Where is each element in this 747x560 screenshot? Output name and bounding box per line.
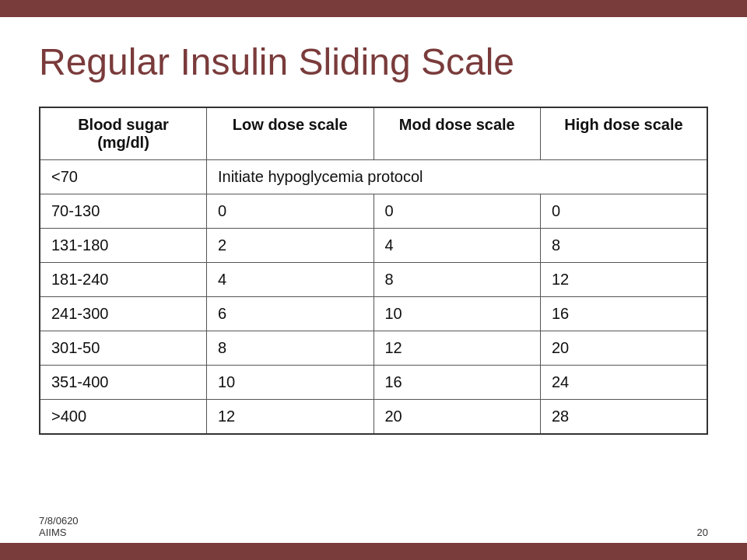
cell-high-dose: 8 bbox=[541, 229, 708, 263]
header-low-dose: Low dose scale bbox=[207, 107, 374, 160]
cell-low-dose: 2 bbox=[207, 229, 374, 263]
cell-blood-sugar: 351-400 bbox=[40, 366, 207, 400]
table-row: 181-2404812 bbox=[40, 263, 707, 297]
table-row: >400122028 bbox=[40, 400, 707, 435]
table-row: <70Initiate hypoglycemia protocol bbox=[40, 160, 707, 194]
cell-low-dose: 8 bbox=[207, 331, 374, 366]
cell-blood-sugar: 181-240 bbox=[40, 263, 207, 297]
cell-blood-sugar: 301-50 bbox=[40, 331, 207, 366]
cell-mod-dose: 0 bbox=[374, 194, 541, 229]
cell-high-dose: 20 bbox=[541, 331, 708, 366]
bottom-bar bbox=[0, 543, 747, 560]
page-title: Regular Insulin Sliding Scale bbox=[39, 40, 708, 83]
cell-mod-dose: 10 bbox=[374, 297, 541, 331]
cell-blood-sugar: 241-300 bbox=[40, 297, 207, 331]
cell-high-dose: 28 bbox=[541, 400, 708, 435]
cell-hypoglycemia: Initiate hypoglycemia protocol bbox=[207, 160, 708, 194]
footer-left: 7/8/0620 AIIMS bbox=[39, 515, 79, 538]
cell-blood-sugar: 131-180 bbox=[40, 229, 207, 263]
table-row: 131-180248 bbox=[40, 229, 707, 263]
table-header-row: Blood sugar (mg/dl) Low dose scale Mod d… bbox=[40, 107, 707, 160]
footer-institution: AIIMS bbox=[39, 527, 79, 538]
footer-date: 7/8/0620 bbox=[39, 515, 79, 527]
table-row: 241-30061016 bbox=[40, 297, 707, 331]
cell-high-dose: 12 bbox=[541, 263, 708, 297]
cell-low-dose: 10 bbox=[207, 366, 374, 400]
cell-mod-dose: 12 bbox=[374, 331, 541, 366]
cell-low-dose: 4 bbox=[207, 263, 374, 297]
cell-mod-dose: 4 bbox=[374, 229, 541, 263]
cell-blood-sugar: <70 bbox=[40, 160, 207, 194]
header-blood-sugar: Blood sugar (mg/dl) bbox=[40, 107, 207, 160]
top-bar bbox=[0, 0, 747, 17]
cell-blood-sugar: >400 bbox=[40, 400, 207, 435]
cell-mod-dose: 8 bbox=[374, 263, 541, 297]
cell-high-dose: 0 bbox=[541, 194, 708, 229]
cell-mod-dose: 16 bbox=[374, 366, 541, 400]
header-mod-dose: Mod dose scale bbox=[374, 107, 541, 160]
table-row: 301-5081220 bbox=[40, 331, 707, 366]
header-high-dose: High dose scale bbox=[541, 107, 708, 160]
table-row: 351-400101624 bbox=[40, 366, 707, 400]
cell-mod-dose: 20 bbox=[374, 400, 541, 435]
insulin-table: Blood sugar (mg/dl) Low dose scale Mod d… bbox=[39, 107, 708, 435]
cell-low-dose: 12 bbox=[207, 400, 374, 435]
cell-high-dose: 16 bbox=[541, 297, 708, 331]
cell-low-dose: 6 bbox=[207, 297, 374, 331]
footer-page-number: 20 bbox=[697, 527, 708, 538]
cell-high-dose: 24 bbox=[541, 366, 708, 400]
cell-low-dose: 0 bbox=[207, 194, 374, 229]
table-row: 70-130000 bbox=[40, 194, 707, 229]
cell-blood-sugar: 70-130 bbox=[40, 194, 207, 229]
